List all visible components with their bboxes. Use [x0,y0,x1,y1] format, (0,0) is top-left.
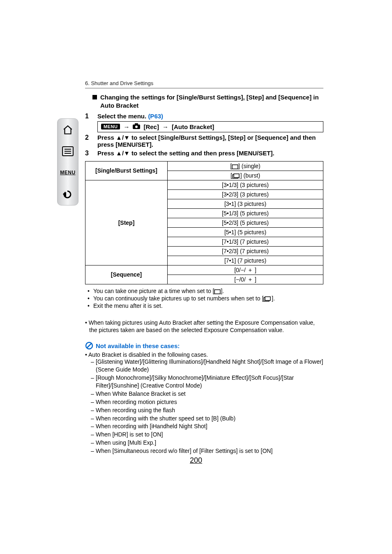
home-icon[interactable] [62,124,74,136]
table-cell: [3•1] (3 pictures) [168,199,323,208]
page-number: 200 [0,456,392,465]
divider [85,88,323,88]
single-icon [232,164,238,169]
step-text: Press ▲/▼ to select the setting and then… [97,150,323,157]
table-cell: [5•2/3] (5 pictures) [168,218,323,227]
table-cell: [I] (burst) [168,171,323,180]
table-cell: [7•2/3] (7 pictures) [168,246,323,256]
table-cell: [5•1] (5 pictures) [168,227,323,237]
arrow-icon: → [162,123,168,130]
step-2: 2 Press ▲/▼ to select [Single/Burst Sett… [85,134,323,148]
menu-path: MENU → [Rec] → [Auto Bracket] [97,121,323,132]
camera-icon [133,123,140,130]
unavailable-heading-text: Not available in these cases: [96,342,180,349]
table-row-label: [Step] [85,180,168,265]
table-cell: [3•1/3] (3 pictures) [168,180,323,189]
menu-target: [Auto Bracket] [172,123,214,130]
list-item: When recording with [iHandheld Night Sho… [91,422,323,430]
cell-suffix: ] (burst) [240,172,260,179]
table-cell: [7•1] (7 pictures) [168,256,323,265]
table-row-label: [Sequence] [85,265,168,284]
toc-icon[interactable] [62,145,74,157]
svg-point-7 [135,125,138,128]
menu-badge-icon: MENU [101,124,120,129]
menu-rec: [Rec] [143,123,159,130]
side-nav: MENU [57,118,78,205]
list-item: [Rough Monochrome]/[Silky Monochrome]/[M… [91,374,323,390]
list-item: When recording with the shutter speed se… [91,415,323,422]
square-bullet-icon [92,95,97,99]
prohibit-icon [85,342,93,350]
table-cell: [−/0/ + ] [168,275,323,284]
list-item: When White Balance Bracket is set [91,390,323,398]
numbered-steps: 1 Select the menu. (P63) MENU → [Rec] → … [85,113,323,157]
menu-label: MENU [60,170,75,175]
list-item: When using [Multi Exp.] [91,439,323,447]
list-item: [Glistening Water]/[Glittering Illuminat… [91,358,323,374]
burst-icon: I [232,173,240,179]
page-link[interactable]: (P63) [148,113,163,120]
single-icon [214,289,221,294]
list-item: You can continuously take pictures up to… [93,295,323,302]
list-item: When recording motion pictures [91,398,323,406]
step-number: 1 [85,113,92,132]
menu-icon[interactable]: MENU [62,166,74,179]
table-cell: [7•1/3] (7 pictures) [168,237,323,246]
unavailable-intro: Auto Bracket is disabled in the followin… [85,351,323,358]
list-item: When [HDR] is set to [ON] [91,431,323,439]
unavailable-heading: Not available in these cases: [85,342,323,350]
section-heading: Changing the settings for [Single/Burst … [85,93,323,110]
page-content: 6. Shutter and Drive Settings Changing t… [85,80,323,455]
note-text: When taking pictures using Auto Bracket … [85,319,323,335]
cell-suffix: ] (single) [238,163,261,169]
step-text: Press ▲/▼ to select [Single/Burst Settin… [97,134,323,148]
svg-rect-8 [232,165,238,169]
unavailable-list: Auto Bracket is disabled in the followin… [85,351,323,455]
svg-line-16 [87,344,92,348]
list-item: You can take one picture at a time when … [93,288,323,294]
table-cell: [] (single) [168,161,323,171]
table-row-label: [Single/Burst Settings] [85,161,168,180]
svg-rect-14 [265,297,270,300]
arrow-icon: → [123,123,129,130]
section-heading-text: Changing the settings for [Single/Burst … [100,93,323,110]
list-item: Exit the menu after it is set. [93,302,323,309]
burst-icon [263,296,272,302]
back-icon[interactable] [62,188,74,200]
svg-rect-6 [135,123,138,125]
list-item: When recording using the flash [91,406,323,414]
step-3: 3 Press ▲/▼ to select the setting and th… [85,150,323,157]
step-number: 3 [85,150,92,157]
chapter-heading: 6. Shutter and Drive Settings [85,80,323,86]
svg-rect-12 [214,290,220,294]
settings-table: [Single/Burst Settings] [] (single) [I] … [85,161,323,284]
table-cell: [3•2/3] (3 pictures) [168,189,323,199]
step-1: 1 Select the menu. (P63) MENU → [Rec] → … [85,113,323,132]
step-number: 2 [85,134,92,148]
table-cell: [0/−/ + ] [168,265,323,275]
info-bullets: You can take one picture at a time when … [85,288,323,309]
list-item: When [Simultaneous record w/o filter] of… [91,447,323,455]
table-cell: [5•1/3] (5 pictures) [168,208,323,218]
step-text: Select the menu. [97,113,148,120]
svg-text:I: I [239,176,240,179]
